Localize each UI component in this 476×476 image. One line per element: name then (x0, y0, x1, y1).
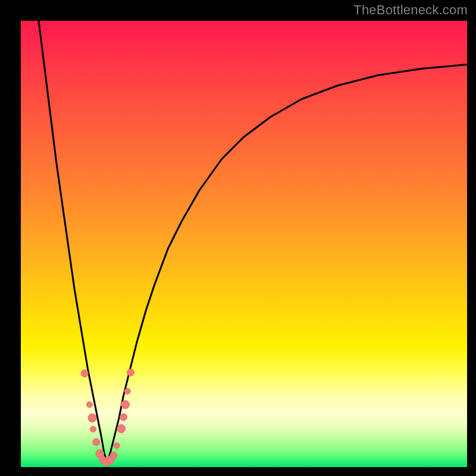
highlight-point (81, 370, 88, 377)
highlight-point (93, 439, 100, 446)
watermark-text: TheBottleneck.com (353, 2, 468, 18)
highlight-point (87, 402, 93, 408)
highlight-point (90, 426, 96, 432)
highlight-point (114, 443, 120, 449)
chart-frame: TheBottleneck.com (0, 0, 476, 476)
highlight-point (124, 389, 130, 394)
bottleneck-curve (39, 21, 467, 462)
highlight-point (120, 414, 127, 421)
bottleneck-curve-svg (21, 21, 467, 467)
highlight-point (88, 414, 96, 422)
highlight-point (127, 369, 134, 376)
highlight-point (110, 452, 117, 459)
highlight-point (117, 425, 126, 433)
plot-area (21, 21, 467, 467)
highlight-point (121, 400, 130, 409)
